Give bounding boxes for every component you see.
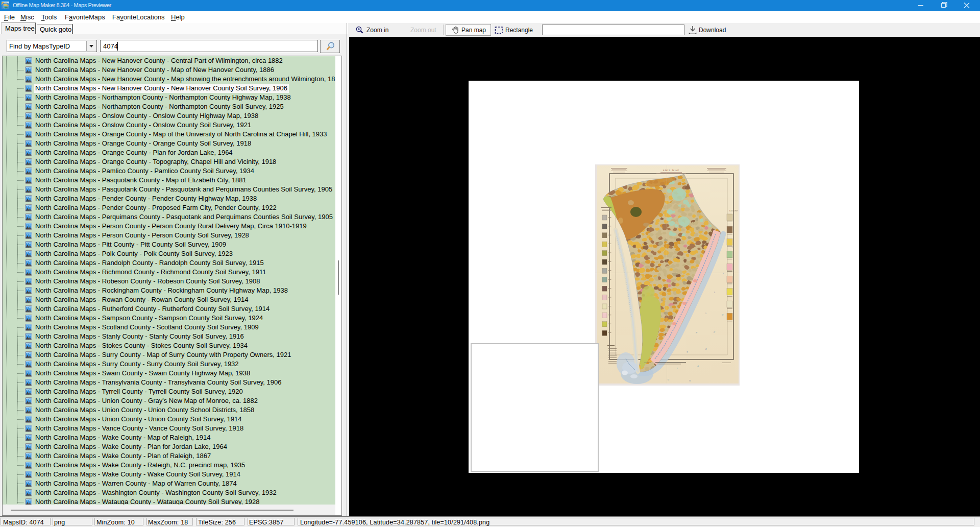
svg-text:E: E xyxy=(705,348,707,350)
svg-text:A: A xyxy=(704,312,706,315)
svg-text:LEGEND: LEGEND xyxy=(729,209,738,212)
svg-text:L: L xyxy=(714,291,716,294)
svg-text:A: A xyxy=(731,246,733,248)
svg-text:SOIL MAP: SOIL MAP xyxy=(663,169,680,172)
svg-text:A: A xyxy=(697,365,699,367)
